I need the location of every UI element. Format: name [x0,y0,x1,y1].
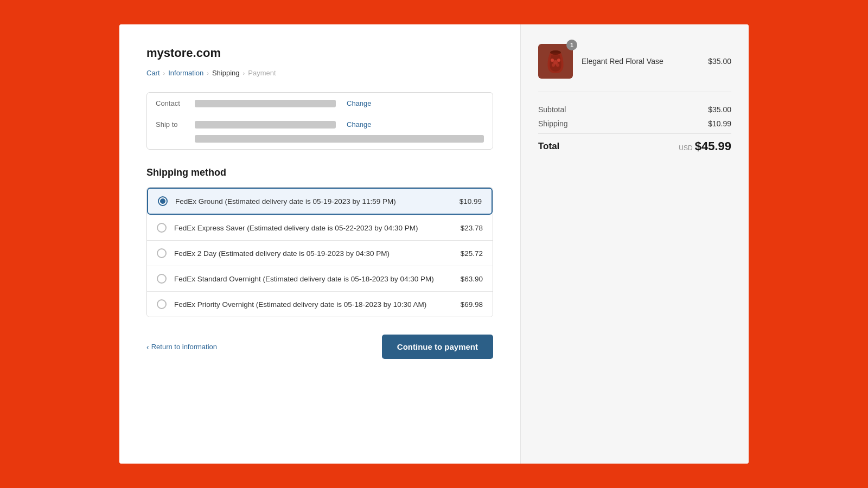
ship-to-value-bar [195,121,336,129]
radio-btn-2 [157,248,167,258]
ship-to-change-link[interactable]: Change [347,120,372,129]
option-label-2: FedEx 2 Day (Estimated delivery date is … [174,249,453,258]
back-link-label: Return to information [151,343,217,351]
radio-btn-1 [157,223,167,233]
subtotal-label: Subtotal [538,105,566,114]
contact-label: Contact [156,99,188,107]
shipping-row: Shipping $10.99 [538,119,731,128]
contact-change-link[interactable]: Change [347,99,372,107]
checkout-page: mystore.com Cart › Information › Shippin… [119,24,749,464]
breadcrumb-separator-2: › [207,70,209,76]
store-title: mystore.com [146,46,493,60]
total-value-wrap: USD$45.99 [679,139,731,153]
vase-illustration [541,47,570,75]
svg-point-5 [552,63,555,67]
left-panel: mystore.com Cart › Information › Shippin… [119,24,521,464]
contact-row: Contact Change [147,93,493,114]
svg-point-3 [551,59,554,62]
ship-to-row: Ship to Change [147,114,493,135]
option-price-1: $23.78 [461,224,483,232]
subtotal-value: $35.00 [708,105,731,114]
svg-point-4 [557,59,560,62]
shipping-option-1[interactable]: FedEx Express Saver (Estimated delivery … [147,215,493,240]
ship-to-extra-bar [195,135,484,143]
chevron-left-icon: ‹ [146,343,149,351]
form-footer: ‹ Return to information Continue to paym… [146,335,493,359]
option-price-2: $25.72 [461,249,483,258]
subtotal-row: Subtotal $35.00 [538,105,731,114]
total-value: $45.99 [695,139,731,153]
shipping-value: $10.99 [708,119,731,128]
option-label-0: FedEx Ground (Estimated delivery date is… [175,197,452,206]
option-price-4: $69.98 [461,300,483,309]
product-name: Elegant Red Floral Vase [582,57,699,66]
option-label-4: FedEx Priority Overnight (Estimated deli… [174,300,453,309]
radio-btn-3 [157,274,167,284]
contact-value-bar [195,100,336,107]
currency-label: USD [679,144,692,152]
shipping-options-list: FedEx Ground (Estimated delivery date is… [146,187,493,317]
product-image-wrap: 1 [538,44,573,79]
right-panel: 1 Elegant Red Floral Vase $35.00 Subtota… [521,24,749,464]
total-label: Total [538,141,559,152]
shipping-option-4[interactable]: FedEx Priority Overnight (Estimated deli… [147,291,493,317]
option-price-3: $63.90 [461,275,483,283]
shipping-method-title: Shipping method [146,167,493,178]
shipping-label: Shipping [538,119,568,128]
product-price: $35.00 [708,57,731,66]
continue-payment-button[interactable]: Continue to payment [382,335,493,359]
product-image [538,44,573,79]
shipping-option-3[interactable]: FedEx Standard Overnight (Estimated deli… [147,266,493,291]
option-label-1: FedEx Express Saver (Estimated delivery … [174,224,453,232]
breadcrumb-separator-1: › [163,70,165,76]
back-link[interactable]: ‹ Return to information [146,343,217,351]
option-label-3: FedEx Standard Overnight (Estimated deli… [174,275,453,283]
breadcrumb-information[interactable]: Information [168,69,203,77]
breadcrumb-separator-3: › [243,70,245,76]
radio-btn-4 [157,299,167,309]
breadcrumb-payment: Payment [248,69,276,77]
breadcrumb: Cart › Information › Shipping › Payment [146,69,493,77]
order-item: 1 Elegant Red Floral Vase $35.00 [538,44,731,92]
ship-to-row-wrapper: Ship to Change [147,114,493,143]
product-quantity-badge: 1 [566,40,577,50]
option-price-0: $10.99 [459,197,482,206]
shipping-option-2[interactable]: FedEx 2 Day (Estimated delivery date is … [147,240,493,266]
radio-btn-0 [158,196,168,206]
svg-point-6 [556,63,559,67]
contact-info-box: Contact Change Ship to Change [146,92,493,150]
breadcrumb-cart[interactable]: Cart [146,69,160,77]
total-row: Total USD$45.99 [538,133,731,153]
breadcrumb-shipping: Shipping [212,69,240,77]
ship-to-label: Ship to [156,120,188,129]
svg-point-1 [550,50,561,55]
shipping-option-0[interactable]: FedEx Ground (Estimated delivery date is… [147,188,493,215]
